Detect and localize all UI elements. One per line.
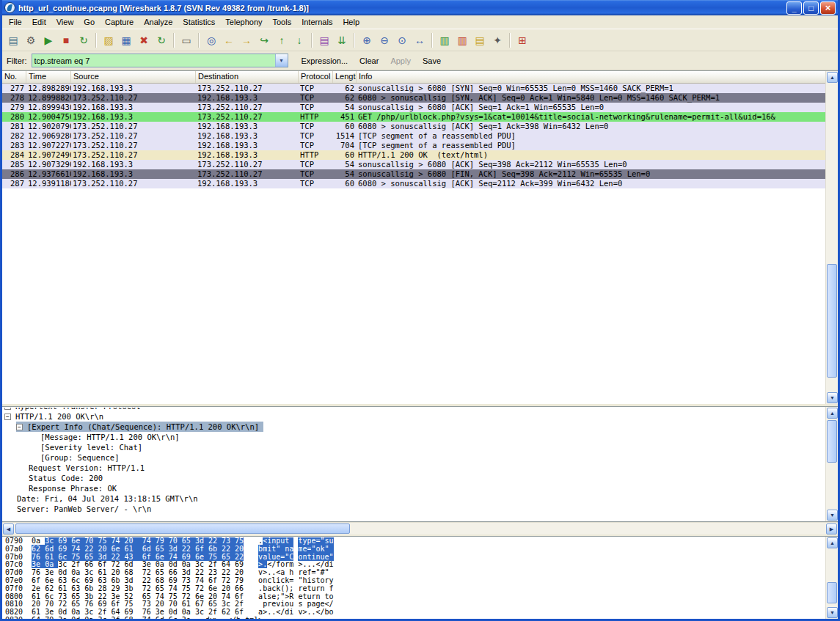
expander-icon[interactable]: −: [4, 408, 11, 410]
menu-internals[interactable]: Internals: [296, 16, 337, 28]
close-file-icon[interactable]: ✖: [135, 32, 153, 49]
packet-row[interactable]: 28712.9391180173.252.110.27192.168.193.3…: [2, 179, 825, 188]
packet-row[interactable]: 27712.8982890192.168.193.3173.252.110.27…: [2, 84, 825, 93]
help-icon[interactable]: ⊞: [514, 32, 531, 49]
save-file-icon[interactable]: ▦: [117, 32, 135, 49]
capture-start-icon[interactable]: ▶: [40, 32, 57, 49]
preferences-icon[interactable]: ✦: [489, 32, 506, 49]
filter-apply-button[interactable]: Apply: [384, 54, 417, 67]
capture-stop-icon[interactable]: ■: [57, 32, 75, 49]
expander-icon[interactable]: −: [16, 424, 23, 430]
filter-save-button[interactable]: Save: [417, 54, 447, 67]
forward-icon[interactable]: →: [238, 32, 255, 49]
details-line[interactable]: Server: PanWeb Server/ - \r\n: [2, 504, 825, 514]
menu-statistics[interactable]: Statistics: [178, 16, 220, 28]
menu-file[interactable]: File: [4, 16, 27, 28]
scroll-down-icon[interactable]: ▼: [827, 392, 838, 403]
goto-first-icon[interactable]: ↑: [273, 32, 291, 49]
details-line[interactable]: Request Version: HTTP/1.1: [2, 463, 825, 473]
capture-options-icon[interactable]: ⚙: [22, 32, 40, 49]
menu-tools[interactable]: Tools: [268, 16, 297, 28]
packet-row[interactable]: 28312.9072270173.252.110.27192.168.193.3…: [2, 141, 825, 150]
packet-details-pane: −Hypertext Transfer Protocol−HTTP/1.1 20…: [2, 406, 838, 522]
colorize-icon[interactable]: ▤: [315, 32, 333, 49]
scroll-thumb[interactable]: [827, 582, 837, 603]
coloring-rules-icon[interactable]: ▤: [471, 32, 489, 49]
details-line[interactable]: [Severity level: Chat]: [2, 442, 825, 452]
goto-packet-icon[interactable]: ↪: [255, 32, 273, 49]
toolbar: ▤⚙▶■↻▨▦✖↻▭◎←→↪↑↓▤⇊⊕⊖⊙↔▥▥▤✦⊞: [2, 29, 838, 51]
autoscroll-icon[interactable]: ⇊: [333, 32, 351, 49]
expander-icon[interactable]: −: [4, 414, 11, 420]
filter-clear-button[interactable]: Clear: [354, 54, 384, 67]
filter-dropdown-arrow-icon[interactable]: ▼: [275, 54, 288, 67]
display-filters-icon[interactable]: ▥: [453, 32, 471, 49]
column-header-info[interactable]: Info: [357, 71, 825, 83]
zoom-out-icon[interactable]: ⊖: [376, 32, 393, 49]
packet-list-rows: 27712.8982890192.168.193.3173.252.110.27…: [2, 84, 825, 404]
column-header-length[interactable]: Length: [333, 71, 357, 83]
filter-expression-button[interactable]: Expression...: [296, 54, 354, 67]
hex-row[interactable]: 083064 79 3e 0d 0a 3c 2f 68 74 6d 6c 3ed…: [5, 617, 825, 619]
zoom-in-icon[interactable]: ⊕: [358, 32, 376, 49]
scroll-thumb[interactable]: [827, 420, 837, 463]
column-header-protocol[interactable]: Protocol: [299, 71, 333, 83]
menu-help[interactable]: Help: [337, 16, 365, 28]
resize-columns-icon[interactable]: ↔: [411, 32, 428, 49]
menu-edit[interactable]: Edit: [27, 16, 51, 28]
packet-row[interactable]: 28012.9004750192.168.193.3173.252.110.27…: [2, 112, 825, 122]
scroll-right-icon[interactable]: ▶: [826, 523, 837, 534]
filter-input[interactable]: [32, 54, 275, 67]
menu-go[interactable]: Go: [78, 16, 100, 28]
zoom-100-icon[interactable]: ⊙: [393, 32, 411, 49]
details-line[interactable]: Response Phrase: OK: [2, 483, 825, 493]
packet-row[interactable]: 28512.9073290192.168.193.3173.252.110.27…: [2, 160, 825, 169]
packet-row[interactable]: 28212.9069280173.252.110.27192.168.193.3…: [2, 131, 825, 141]
column-header-no[interactable]: No.: [2, 71, 26, 83]
details-hscroll[interactable]: ◀ ▶: [2, 522, 838, 534]
scroll-up-icon[interactable]: ▲: [827, 537, 838, 548]
print-icon[interactable]: ▭: [178, 32, 195, 49]
details-line[interactable]: −[Expert Info (Chat/Sequence): HTTP/1.1 …: [2, 422, 825, 432]
details-line[interactable]: −HTTP/1.1 200 OK\r\n: [2, 411, 825, 422]
packet-row[interactable]: 28112.9020790173.252.110.27192.168.193.3…: [2, 122, 825, 131]
packet-row[interactable]: 28412.9072490173.252.110.27192.168.193.3…: [2, 150, 825, 160]
details-line[interactable]: Date: Fri, 04 Jul 2014 13:18:15 GMT\r\n: [2, 493, 825, 504]
column-header-time[interactable]: Time: [26, 71, 71, 83]
minimize-button[interactable]: _: [786, 1, 802, 15]
menu-capture[interactable]: Capture: [100, 16, 139, 28]
goto-last-icon[interactable]: ↓: [291, 32, 308, 49]
list-interfaces-icon[interactable]: ▤: [4, 32, 22, 49]
hex-row[interactable]: 07a062 6d 69 74 22 20 6e 61 6d 65 3d 22 …: [5, 545, 825, 554]
packet-row[interactable]: 27912.8999430192.168.193.3173.252.110.27…: [2, 103, 825, 112]
packet-row[interactable]: 27812.8998820173.252.110.27192.168.193.3…: [2, 93, 825, 103]
find-packet-icon[interactable]: ◎: [202, 32, 220, 49]
open-file-icon[interactable]: ▨: [100, 32, 117, 49]
reload-icon[interactable]: ↻: [153, 32, 170, 49]
details-line[interactable]: [Group: Sequence]: [2, 452, 825, 463]
scroll-down-icon[interactable]: ▼: [827, 510, 838, 521]
menu-view[interactable]: View: [51, 16, 79, 28]
back-icon[interactable]: ←: [220, 32, 238, 49]
scroll-up-icon[interactable]: ▲: [827, 408, 838, 419]
column-header-destination[interactable]: Destination: [196, 71, 299, 83]
hex-vscroll[interactable]: ▲ ▼: [825, 537, 838, 619]
scroll-down-icon[interactable]: ▼: [827, 607, 838, 618]
details-line[interactable]: Status Code: 200: [2, 473, 825, 483]
capture-filters-icon[interactable]: ▥: [436, 32, 453, 49]
details-vscroll[interactable]: ▲ ▼: [825, 407, 838, 521]
details-line[interactable]: [Message: HTTP/1.1 200 OK\r\n]: [2, 432, 825, 442]
packet-row[interactable]: 28612.9376610192.168.193.3173.252.110.27…: [2, 169, 825, 179]
scroll-up-icon[interactable]: ▲: [827, 72, 838, 83]
restore-button[interactable]: □: [803, 1, 819, 15]
column-header-source[interactable]: Source: [71, 71, 196, 83]
menu-telephony[interactable]: Telephony: [220, 16, 267, 28]
scroll-thumb[interactable]: [15, 523, 350, 534]
close-button[interactable]: ×: [820, 1, 836, 15]
filter-label-button[interactable]: Filter:: [5, 55, 32, 67]
scroll-left-icon[interactable]: ◀: [3, 523, 14, 534]
menu-analyze[interactable]: Analyze: [139, 16, 178, 28]
scroll-thumb[interactable]: [827, 264, 837, 377]
packet-list-vscroll[interactable]: ▲ ▼: [825, 71, 838, 404]
capture-restart-icon[interactable]: ↻: [75, 32, 92, 49]
